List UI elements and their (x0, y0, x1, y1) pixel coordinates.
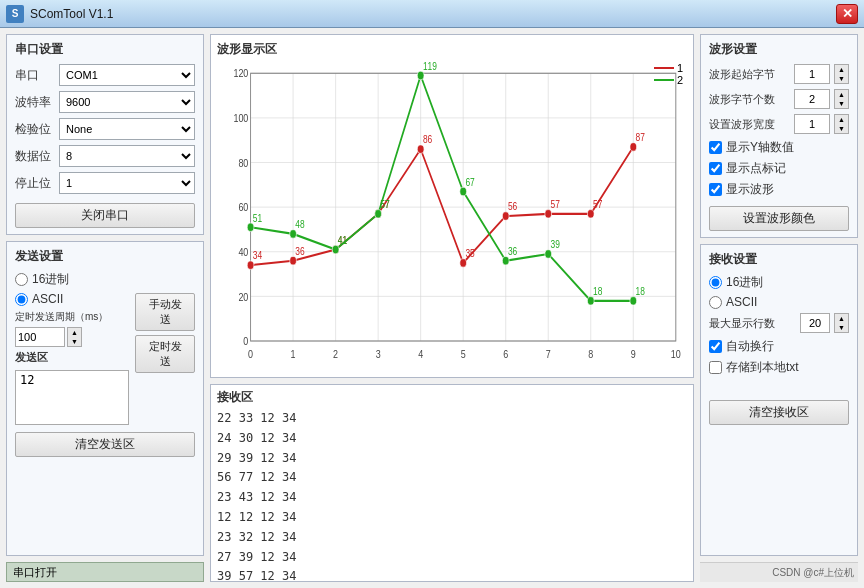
svg-text:39: 39 (550, 238, 559, 250)
svg-text:7: 7 (546, 348, 551, 360)
svg-text:57: 57 (593, 198, 602, 210)
start-byte-input[interactable] (794, 64, 830, 84)
close-port-button[interactable]: 关闭串口 (15, 203, 195, 228)
recv-hex-row: 16进制 (709, 274, 849, 291)
parity-select[interactable]: NoneOddEven (59, 118, 195, 140)
port-select[interactable]: COM1COM2COM3 (59, 64, 195, 86)
start-up[interactable]: ▲ (835, 65, 848, 74)
svg-text:20: 20 (238, 291, 248, 303)
databits-label: 数据位 (15, 148, 55, 165)
legend-item-2: 2 (654, 74, 683, 86)
svg-point-40 (247, 261, 254, 269)
save-local-row: 存储到本地txt (709, 359, 849, 376)
show-y-axis-row: 显示Y轴数值 (709, 139, 849, 156)
svg-point-62 (290, 230, 297, 238)
wave-chart: 0204060801001200123456789103436415786355… (217, 62, 687, 372)
width-spinner[interactable]: ▲ ▼ (834, 114, 849, 134)
period-label: 定时发送周期（ms） (15, 310, 108, 324)
period-input[interactable] (15, 327, 65, 347)
svg-text:48: 48 (295, 218, 304, 230)
ascii-radio[interactable] (15, 293, 28, 306)
width-input[interactable] (794, 114, 830, 134)
baud-label: 波特率 (15, 94, 55, 111)
bytecount-up[interactable]: ▲ (835, 90, 848, 99)
svg-text:60: 60 (238, 201, 248, 213)
svg-text:120: 120 (233, 68, 248, 80)
width-down[interactable]: ▼ (835, 124, 848, 133)
baud-select[interactable]: 960019200115200 (59, 91, 195, 113)
period-up[interactable]: ▲ (68, 328, 81, 337)
clear-receive-button[interactable]: 清空接收区 (709, 400, 849, 425)
max-display-row: 最大显示行数 ▲ ▼ (709, 313, 849, 333)
close-button[interactable]: ✕ (836, 4, 858, 24)
stopbits-select[interactable]: 12 (59, 172, 195, 194)
max-display-input[interactable] (800, 313, 830, 333)
svg-text:80: 80 (238, 157, 248, 169)
legend: 1 2 (654, 62, 683, 86)
svg-text:36: 36 (295, 245, 304, 257)
svg-text:56: 56 (508, 200, 517, 212)
svg-text:36: 36 (508, 245, 517, 257)
databits-select[interactable]: 87 (59, 145, 195, 167)
hex-radio-row: 16进制 (15, 271, 129, 288)
show-markers-checkbox[interactable] (709, 162, 722, 175)
maxdisp-up[interactable]: ▲ (835, 314, 848, 323)
svg-point-42 (290, 256, 297, 264)
svg-text:18: 18 (593, 285, 602, 297)
svg-text:6: 6 (503, 348, 508, 360)
bytecount-down[interactable]: ▼ (835, 99, 848, 108)
auto-newline-row: 自动换行 (709, 338, 849, 355)
ascii-label: ASCII (32, 292, 63, 306)
period-spinner[interactable]: ▲ ▼ (67, 327, 82, 347)
max-display-spinner[interactable]: ▲ ▼ (834, 313, 849, 333)
save-local-checkbox[interactable] (709, 361, 722, 374)
svg-text:40: 40 (238, 246, 248, 258)
hex-radio[interactable] (15, 273, 28, 286)
period-down[interactable]: ▼ (68, 337, 81, 346)
serial-settings-panel: 串口设置 串口 COM1COM2COM3 波特率 960019200115200… (6, 34, 204, 235)
right-status-text: CSDN @c#上位机 (772, 566, 854, 580)
start-byte-spinner[interactable]: ▲ ▼ (834, 64, 849, 84)
legend-label-2: 2 (677, 74, 683, 86)
wave-color-button[interactable]: 设置波形颜色 (709, 206, 849, 231)
svg-text:34: 34 (253, 250, 263, 262)
byte-count-spinner[interactable]: ▲ ▼ (834, 89, 849, 109)
byte-count-label: 波形字节个数 (709, 92, 790, 107)
svg-text:0: 0 (248, 348, 253, 360)
svg-text:57: 57 (380, 198, 389, 210)
svg-text:67: 67 (465, 176, 474, 188)
send-area[interactable] (15, 370, 129, 425)
width-label: 设置波形宽度 (709, 117, 790, 132)
svg-point-52 (502, 212, 509, 220)
parity-row: 检验位 NoneOddEven (15, 118, 195, 140)
show-wave-checkbox[interactable] (709, 183, 722, 196)
svg-point-64 (332, 245, 339, 253)
svg-point-76 (587, 297, 594, 305)
svg-point-48 (417, 145, 424, 153)
recv-ascii-radio[interactable] (709, 296, 722, 309)
svg-text:10: 10 (671, 348, 681, 360)
manual-send-button[interactable]: 手动发送 (135, 293, 195, 331)
app-title: SComTool V1.1 (30, 7, 836, 21)
baud-row: 波特率 960019200115200 (15, 91, 195, 113)
svg-text:41: 41 (338, 234, 347, 246)
receive-settings-title: 接收设置 (709, 251, 849, 268)
svg-point-58 (630, 143, 637, 151)
svg-text:18: 18 (636, 285, 645, 297)
recv-hex-radio[interactable] (709, 276, 722, 289)
maxdisp-down[interactable]: ▼ (835, 323, 848, 332)
start-byte-label: 波形起始字节 (709, 67, 790, 82)
auto-newline-checkbox[interactable] (709, 340, 722, 353)
show-markers-label: 显示点标记 (726, 160, 786, 177)
status-text: 串口打开 (13, 565, 57, 580)
byte-count-input[interactable] (794, 89, 830, 109)
clear-send-button[interactable]: 清空发送区 (15, 432, 195, 457)
app-icon: S (6, 5, 24, 23)
timed-send-button[interactable]: 定时发送 (135, 335, 195, 373)
databits-row: 数据位 87 (15, 145, 195, 167)
svg-text:8: 8 (588, 348, 593, 360)
width-up[interactable]: ▲ (835, 115, 848, 124)
start-down[interactable]: ▼ (835, 74, 848, 83)
show-y-axis-checkbox[interactable] (709, 141, 722, 154)
svg-text:100: 100 (233, 112, 248, 124)
